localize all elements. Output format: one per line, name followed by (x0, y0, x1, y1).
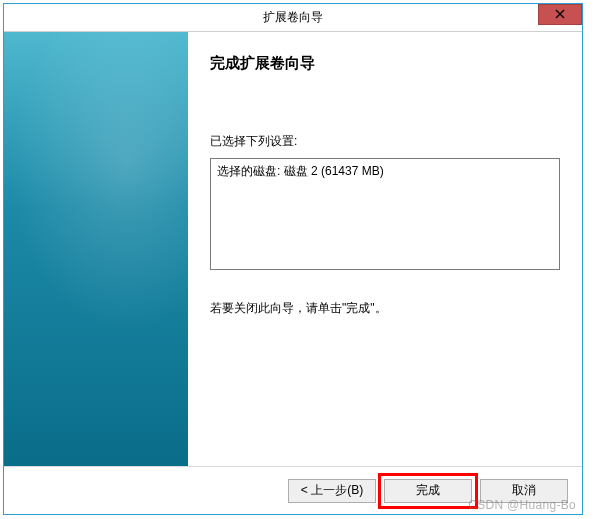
window-title: 扩展卷向导 (263, 9, 323, 26)
settings-line: 选择的磁盘: 磁盘 2 (61437 MB) (217, 163, 553, 180)
settings-summary-box[interactable]: 选择的磁盘: 磁盘 2 (61437 MB) (210, 158, 560, 270)
close-icon (555, 8, 565, 22)
finish-button[interactable]: 完成 (384, 479, 472, 503)
back-button[interactable]: < 上一步(B) (288, 479, 376, 503)
button-bar: < 上一步(B) 完成 取消 (4, 466, 582, 514)
cancel-button[interactable]: 取消 (480, 479, 568, 503)
close-button[interactable] (538, 4, 582, 25)
wizard-body: 完成扩展卷向导 已选择下列设置: 选择的磁盘: 磁盘 2 (61437 MB) … (4, 32, 582, 466)
wizard-side-graphic (4, 32, 188, 466)
page-heading: 完成扩展卷向导 (210, 54, 560, 73)
wizard-content: 完成扩展卷向导 已选择下列设置: 选择的磁盘: 磁盘 2 (61437 MB) … (188, 32, 582, 466)
instruction-text: 若要关闭此向导，请单击"完成"。 (210, 300, 560, 317)
settings-label: 已选择下列设置: (210, 133, 560, 150)
wizard-window: 扩展卷向导 完成扩展卷向导 已选择下列设置: 选择的磁盘: 磁盘 2 (6143… (3, 3, 583, 515)
titlebar: 扩展卷向导 (4, 4, 582, 32)
